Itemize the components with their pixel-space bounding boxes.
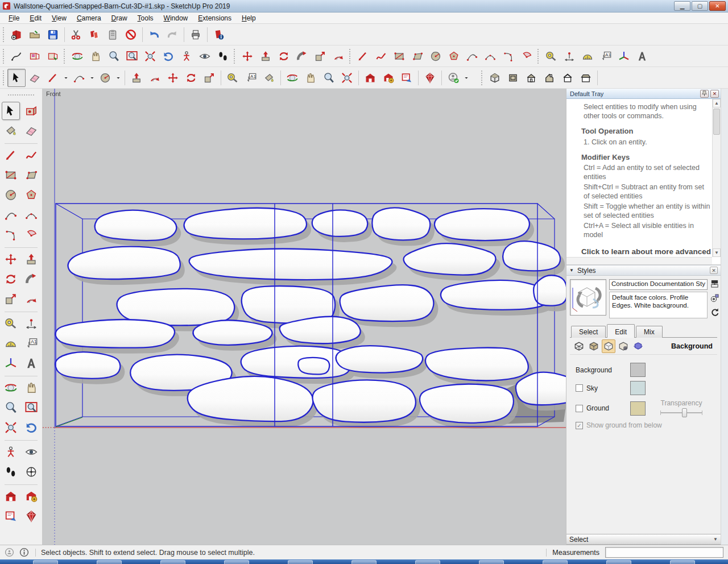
warehouse-model-icon[interactable] — [2, 487, 20, 505]
pan-icon[interactable] — [86, 47, 105, 65]
stone[interactable] — [340, 285, 434, 321]
dropdown-caret-icon[interactable] — [462, 69, 470, 87]
style-name-input[interactable]: Construction Documentation Sty — [609, 279, 708, 290]
zoom-extents-icon[interactable] — [338, 69, 356, 87]
dropdown-caret-icon[interactable] — [88, 69, 96, 87]
menu-item-tools[interactable]: Tools — [133, 13, 159, 23]
section-plane-icon[interactable] — [22, 463, 40, 481]
face-settings-icon[interactable] — [587, 339, 601, 353]
paint-bucket-icon[interactable] — [2, 122, 20, 140]
dropdown-caret-icon[interactable] — [62, 69, 70, 87]
zoom-previous-icon[interactable] — [22, 418, 40, 437]
orbit-icon[interactable] — [283, 69, 301, 87]
line-icon[interactable] — [2, 146, 20, 164]
toolbar-grip[interactable] — [3, 49, 5, 64]
follow-me-icon[interactable] — [293, 47, 311, 65]
model-canvas[interactable]: Front — [43, 89, 566, 545]
stone[interactable] — [425, 348, 528, 381]
styles-panel-header[interactable]: ▼ Styles ✕ — [566, 265, 721, 276]
line-icon[interactable] — [44, 69, 62, 87]
toolbar-grip[interactable] — [537, 49, 539, 64]
three-point-arc-icon[interactable] — [499, 47, 518, 65]
taskbar-app-button[interactable] — [160, 560, 185, 564]
3d-text-icon[interactable] — [22, 354, 40, 372]
tab-mix[interactable]: Mix — [636, 326, 663, 338]
rotated-rectangle-icon[interactable] — [408, 47, 427, 65]
zoom-window-icon[interactable] — [22, 399, 40, 417]
modeling-settings-icon[interactable] — [631, 339, 645, 353]
taskbar-app-button[interactable] — [670, 560, 695, 564]
zoom-icon[interactable] — [320, 69, 338, 87]
copy-icon[interactable] — [85, 26, 104, 44]
eraser-icon[interactable] — [22, 122, 40, 140]
tray-header[interactable]: Default Tray ✕ — [566, 89, 721, 99]
push-pull-icon[interactable] — [22, 250, 40, 268]
minimize-button[interactable]: ▁ — [674, 1, 690, 11]
tape-measure-icon[interactable] — [2, 314, 20, 333]
taskbar-app-button[interactable] — [351, 560, 377, 564]
stone[interactable] — [298, 358, 329, 375]
transparency-slider[interactable] — [660, 408, 702, 417]
taskbar-app-button[interactable] — [543, 560, 568, 564]
circle-icon[interactable] — [427, 47, 445, 65]
text-icon[interactable]: A1 — [242, 69, 260, 87]
zoom-extents-icon[interactable] — [141, 47, 159, 65]
taskbar-app-button[interactable] — [33, 560, 58, 564]
collapse-triangle-icon[interactable]: ▼ — [569, 268, 574, 273]
scroll-thumb[interactable] — [713, 109, 720, 135]
background-swatch[interactable] — [630, 363, 646, 377]
view-top-icon[interactable] — [504, 69, 522, 87]
circle-icon[interactable] — [2, 186, 20, 204]
extension-warehouse-icon[interactable] — [22, 507, 40, 525]
account-icon[interactable] — [444, 69, 462, 87]
hand-curve-icon[interactable] — [7, 47, 26, 65]
text-icon[interactable]: A1 — [22, 334, 40, 353]
orbit-icon[interactable] — [68, 47, 86, 65]
follow-me-icon[interactable] — [22, 270, 40, 288]
rotate-icon[interactable] — [2, 270, 20, 288]
edge-settings-icon[interactable] — [572, 339, 586, 353]
protractor-icon[interactable] — [2, 334, 20, 353]
freehand-icon[interactable] — [372, 47, 390, 65]
menu-item-draw[interactable]: Draw — [106, 13, 133, 23]
maximize-button[interactable]: ▢ — [692, 1, 708, 11]
stone[interactable] — [189, 249, 392, 280]
menu-item-edit[interactable]: Edit — [24, 13, 47, 23]
toolbar-grip[interactable] — [8, 94, 34, 96]
zoom-icon[interactable] — [105, 47, 123, 65]
menu-item-file[interactable]: File — [3, 13, 24, 23]
create-style-icon[interactable] — [710, 293, 719, 304]
arc-icon[interactable] — [70, 69, 88, 87]
protractor-icon[interactable] — [578, 47, 597, 65]
measurements-input[interactable] — [605, 547, 723, 558]
pie-icon[interactable] — [518, 47, 536, 65]
taskbar-app-button[interactable] — [288, 560, 313, 564]
arc-icon[interactable] — [2, 206, 20, 224]
view-back-icon[interactable] — [559, 69, 577, 87]
walk-icon[interactable] — [214, 47, 232, 65]
scroll-down-icon[interactable]: ▼ — [713, 248, 721, 257]
offset-icon[interactable] — [329, 47, 348, 65]
stone[interactable] — [312, 210, 368, 237]
toolbar-grip[interactable] — [234, 49, 235, 64]
taskbar-app-button[interactable] — [415, 560, 440, 564]
eraser-icon[interactable] — [26, 69, 44, 87]
taskbar-app-button[interactable] — [224, 560, 249, 564]
look-around-icon[interactable] — [22, 443, 40, 461]
sky-checkbox[interactable] — [576, 384, 583, 392]
rotate-icon[interactable] — [275, 47, 293, 65]
styles-close-icon[interactable]: ✕ — [710, 267, 718, 274]
stone[interactable] — [184, 208, 307, 239]
warehouse-component-icon[interactable] — [22, 487, 40, 505]
toolbar-grip[interactable] — [3, 27, 5, 42]
select-icon[interactable] — [2, 102, 20, 120]
rectangle-icon[interactable] — [2, 166, 20, 184]
polygon-icon[interactable] — [445, 47, 463, 65]
pie-icon[interactable] — [22, 226, 40, 244]
offset-icon[interactable] — [22, 290, 40, 308]
zoom-extents-icon[interactable] — [2, 418, 20, 437]
make-component-icon[interactable] — [22, 102, 40, 120]
tab-select[interactable]: Select — [571, 326, 606, 338]
axes-icon[interactable] — [2, 354, 20, 372]
pan-icon[interactable] — [301, 69, 320, 87]
